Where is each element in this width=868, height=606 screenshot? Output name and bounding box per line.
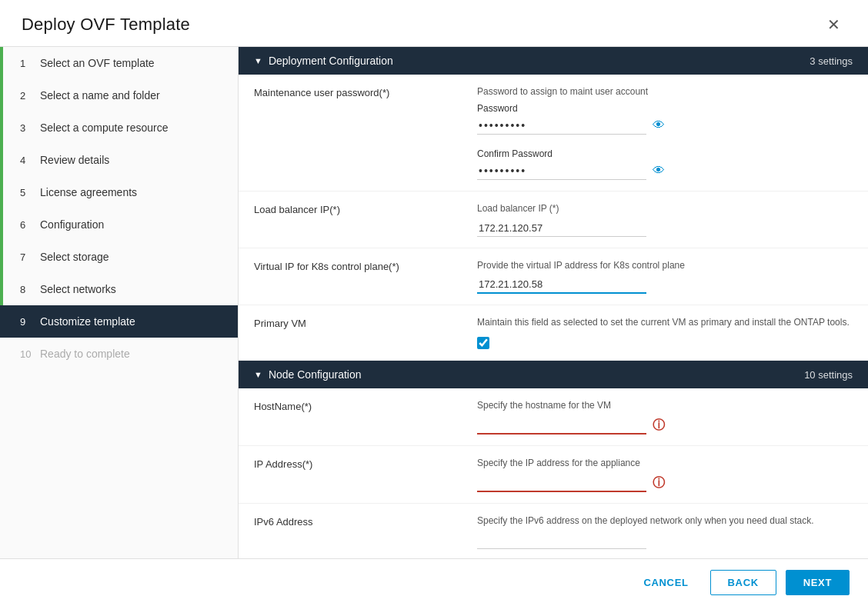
password-eye-icon[interactable]: 👁 [653, 118, 665, 132]
password-field[interactable]: ••••••••• [477, 117, 646, 135]
field-label-ipv6-address: IPv6 Address [254, 514, 477, 528]
sidebar-item-6[interactable]: 6Configuration [0, 208, 238, 241]
section-header-node-config[interactable]: ▼ Node Configuration 10 settings [239, 361, 868, 388]
step-num-3: 3 [20, 122, 32, 134]
vip-wrap [477, 276, 853, 294]
confirm-password-label: Confirm Password [477, 148, 853, 159]
vip-input[interactable] [477, 276, 646, 294]
field-desc-maint-password: Password to assign to maint user account [477, 85, 853, 98]
sidebar-item-7[interactable]: 7Select storage [0, 241, 238, 273]
form-row-ipv6-address: IPv6 Address Specify the IPv6 address on… [239, 504, 868, 558]
step-label-7: Select storage [40, 251, 109, 263]
confirm-password-eye-icon[interactable]: 👁 [653, 164, 665, 178]
confirm-password-wrap: ••••••••• 👁 [477, 162, 853, 180]
form-row-hostname: HostName(*) Specify the hostname for the… [239, 388, 868, 446]
back-button[interactable]: BACK [710, 570, 776, 595]
password-wrap: ••••••••• 👁 [477, 117, 853, 135]
main-content: ▼ Deployment Configuration 3 settings Ma… [239, 47, 868, 558]
step-num-4: 4 [20, 155, 32, 166]
step-num-2: 2 [20, 90, 32, 102]
step-label-2: Select a name and folder [40, 89, 160, 102]
step-label-5: License agreements [40, 186, 137, 198]
step-label-6: Configuration [40, 218, 104, 231]
field-content-primary-vm: Maintain this field as selected to set t… [477, 316, 853, 349]
form-row-ip-address: IP Address(*) Specify the IP address for… [239, 446, 868, 504]
modal-title: Deploy OVF Template [22, 15, 190, 35]
form-row-primary-vm: Primary VM Maintain this field as select… [239, 305, 868, 361]
form-row-lb-ip: Load balancer IP(*) Load balancer IP (*) [239, 191, 868, 248]
modal-footer: CANCEL BACK NEXT [0, 558, 868, 606]
sidebar-item-1[interactable]: 1Select an OVF template [0, 47, 238, 79]
ipv6-address-wrap [477, 532, 853, 549]
sidebar-item-9[interactable]: 9Customize template [0, 305, 238, 338]
field-content-hostname: Specify the hostname for the VM ⓘ [477, 399, 853, 435]
sidebar: 1Select an OVF template2Select a name an… [0, 47, 239, 558]
settings-count-deployment-config: 3 settings [810, 55, 853, 67]
lb-ip-input[interactable] [477, 220, 646, 237]
field-label-lb-ip: Load balancer IP(*) [254, 202, 477, 215]
hostname-input[interactable] [477, 417, 646, 435]
field-desc-primary-vm: Maintain this field as selected to set t… [477, 316, 853, 329]
field-label-hostname: HostName(*) [254, 399, 477, 412]
modal: Deploy OVF Template ✕ 1Select an OVF tem… [0, 0, 868, 606]
section-title-deployment-config: Deployment Configuration [269, 55, 393, 67]
field-content-lb-ip: Load balancer IP (*) [477, 202, 853, 237]
hostname-error-icon: ⓘ [653, 418, 665, 434]
field-content-ipv6-address: Specify the IPv6 address on the deployed… [477, 514, 853, 549]
field-label-primary-vm: Primary VM [254, 316, 477, 329]
next-button[interactable]: NEXT [786, 570, 850, 595]
cancel-button[interactable]: CANCEL [631, 571, 700, 594]
step-label-8: Select networks [40, 283, 116, 295]
settings-count-node-config: 10 settings [804, 369, 853, 381]
section-title-node-config: Node Configuration [269, 368, 362, 381]
step-label-4: Review details [40, 154, 109, 166]
sidebar-item-10: 10Ready to complete [0, 338, 238, 370]
step-label-3: Select a compute resource [40, 122, 169, 134]
modal-header: Deploy OVF Template ✕ [0, 0, 868, 47]
field-desc-hostname: Specify the hostname for the VM [477, 399, 853, 412]
form-row-maint-password: Maintenance user password(*) Password to… [239, 75, 868, 191]
ipv6-address-input[interactable] [477, 532, 646, 549]
field-desc-ipv6-address: Specify the IPv6 address on the deployed… [477, 514, 853, 528]
sidebar-item-8[interactable]: 8Select networks [0, 273, 238, 305]
primary-vm-checkbox[interactable] [477, 337, 489, 349]
step-num-8: 8 [20, 284, 32, 295]
section-header-deployment-config[interactable]: ▼ Deployment Configuration 3 settings [239, 47, 868, 75]
step-num-10: 10 [20, 348, 32, 360]
step-label-9: Customize template [40, 315, 135, 328]
field-desc-ip-address: Specify the IP address for the appliance [477, 457, 853, 470]
modal-body: 1Select an OVF template2Select a name an… [0, 47, 868, 558]
field-label-vip: Virtual IP for K8s control plane(*) [254, 259, 477, 272]
sidebar-item-2[interactable]: 2Select a name and folder [0, 79, 238, 112]
ip-address-wrap: ⓘ [477, 474, 853, 492]
field-content-vip: Provide the virtual IP address for K8s c… [477, 259, 853, 295]
toggle-icon-node-config[interactable]: ▼ [254, 370, 262, 379]
sidebar-item-4[interactable]: 4Review details [0, 144, 238, 176]
step-num-9: 9 [20, 316, 32, 328]
lb-ip-wrap [477, 220, 853, 237]
step-label-10: Ready to complete [40, 348, 130, 360]
ip-address-error-icon: ⓘ [653, 475, 665, 491]
field-desc-lb-ip: Load balancer IP (*) [477, 202, 853, 215]
step-num-1: 1 [20, 58, 32, 69]
close-button[interactable]: ✕ [821, 14, 846, 35]
ip-address-input[interactable] [477, 474, 646, 492]
step-num-7: 7 [20, 251, 32, 263]
content-area: ▼ Deployment Configuration 3 settings Ma… [239, 47, 868, 558]
field-desc-vip: Provide the virtual IP address for K8s c… [477, 259, 853, 272]
field-content-ip-address: Specify the IP address for the appliance… [477, 457, 853, 492]
password-label: Password [477, 103, 853, 114]
field-content-maint-password: Password to assign to maint user account… [477, 85, 853, 180]
field-label-ip-address: IP Address(*) [254, 457, 477, 470]
sidebar-item-3[interactable]: 3Select a compute resource [0, 112, 238, 144]
step-label-1: Select an OVF template [40, 57, 155, 69]
toggle-icon-deployment-config[interactable]: ▼ [254, 56, 262, 65]
form-row-vip: Virtual IP for K8s control plane(*) Prov… [239, 248, 868, 306]
step-num-5: 5 [20, 187, 32, 198]
hostname-wrap: ⓘ [477, 417, 853, 435]
sidebar-item-5[interactable]: 5License agreements [0, 176, 238, 208]
confirm-password-field[interactable]: ••••••••• [477, 162, 646, 180]
step-num-6: 6 [20, 219, 32, 231]
field-label-maint-password: Maintenance user password(*) [254, 85, 477, 98]
